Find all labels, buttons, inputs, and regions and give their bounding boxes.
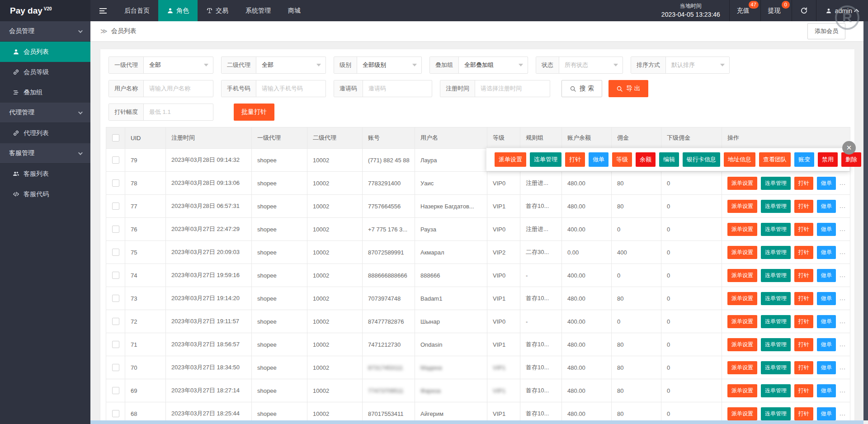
row-checkbox[interactable] <box>112 203 119 210</box>
filter-select[interactable]: 级别全部级别 <box>334 57 422 74</box>
action-button[interactable]: 派单设置 <box>727 292 757 305</box>
action-button[interactable]: 连单管理 <box>761 223 791 236</box>
row-checkbox[interactable] <box>112 410 119 417</box>
action-button[interactable]: 派单设置 <box>727 338 757 351</box>
action-button[interactable]: 派单设置 <box>727 407 757 420</box>
action-button[interactable]: 打针 <box>794 292 813 305</box>
action-button[interactable]: 派单设置 <box>727 361 757 374</box>
nav-item[interactable]: 角色 <box>158 0 198 21</box>
refresh-icon[interactable] <box>792 0 816 21</box>
sidebar-item[interactable]: 代理列表 <box>0 123 90 143</box>
popup-action-button[interactable]: 地址信息 <box>724 152 755 167</box>
inject-range-field[interactable]: 打针幅度 最低 1.1 <box>108 104 213 121</box>
row-checkbox[interactable] <box>112 226 119 233</box>
action-button[interactable]: 派单设置 <box>727 223 757 236</box>
filter-select-value[interactable]: 全部级别 <box>357 57 421 73</box>
horizontal-scrollbar-thumb[interactable] <box>90 420 863 424</box>
row-checkbox[interactable] <box>112 295 119 302</box>
menu-fold-icon[interactable] <box>90 0 116 21</box>
sidebar-item[interactable]: 客服代码 <box>0 184 90 204</box>
action-button[interactable]: 做单 <box>817 384 836 397</box>
row-checkbox[interactable] <box>112 341 119 348</box>
action-button[interactable]: 连单管理 <box>761 200 791 213</box>
filter-input-field[interactable]: 请输入手机号码 <box>256 80 326 97</box>
sidebar-group[interactable]: 会员管理 <box>0 21 90 42</box>
action-button[interactable]: 打针 <box>794 315 813 328</box>
action-button[interactable]: 做单 <box>817 361 836 374</box>
action-button[interactable]: 连单管理 <box>761 338 791 351</box>
batch-inject-button[interactable]: 批量打针 <box>234 104 274 121</box>
sidebar-item[interactable]: 会员等级 <box>0 62 90 82</box>
popup-action-button[interactable]: 账变 <box>794 152 814 167</box>
action-button[interactable]: 连单管理 <box>761 361 791 374</box>
row-checkbox[interactable] <box>112 387 119 394</box>
sidebar-item[interactable]: 叠加组 <box>0 82 90 103</box>
action-button[interactable]: 打针 <box>794 361 813 374</box>
filter-input[interactable]: 用户名称请输入用户名称 <box>108 80 213 97</box>
popup-action-button[interactable]: 余额 <box>636 152 656 167</box>
action-button[interactable]: 派单设置 <box>727 177 757 190</box>
action-button[interactable]: 做单 <box>817 292 836 305</box>
filter-input[interactable]: 邀请码邀请码 <box>334 80 432 97</box>
row-checkbox[interactable] <box>112 249 119 256</box>
more-actions-button[interactable]: ... <box>840 295 846 302</box>
recharge-button[interactable]: 充值 47 <box>730 0 760 21</box>
more-actions-button[interactable]: ... <box>840 226 846 232</box>
popup-action-button[interactable]: 禁用 <box>818 152 838 167</box>
horizontal-scrollbar[interactable] <box>90 420 863 424</box>
action-button[interactable]: 派单设置 <box>727 246 757 259</box>
nav-item[interactable]: 交易 <box>198 0 237 21</box>
popup-action-button[interactable]: 编辑 <box>659 152 679 167</box>
row-checkbox[interactable] <box>112 179 119 187</box>
nav-item[interactable]: 后台首页 <box>116 0 158 21</box>
action-button[interactable]: 做单 <box>817 315 836 328</box>
search-button[interactable]: 搜 索 <box>561 80 602 97</box>
filter-input[interactable]: 手机号码请输入手机号码 <box>221 80 326 97</box>
row-checkbox[interactable] <box>112 272 119 279</box>
action-button[interactable]: 做单 <box>817 407 836 420</box>
action-button[interactable]: 做单 <box>817 338 836 351</box>
vertical-scrollbar[interactable] <box>863 21 868 420</box>
withdraw-button[interactable]: 提现 0 <box>761 0 792 21</box>
action-button[interactable]: 打针 <box>794 246 813 259</box>
vertical-scrollbar-thumb[interactable] <box>863 21 868 420</box>
row-checkbox[interactable] <box>112 364 119 371</box>
filter-select-value[interactable]: 全部叠加组 <box>459 57 528 73</box>
action-button[interactable]: 派单设置 <box>727 384 757 397</box>
filter-input-field[interactable]: 请输入用户名称 <box>144 80 213 97</box>
action-button[interactable]: 打针 <box>794 338 813 351</box>
filter-input-field[interactable]: 请选择注册时间 <box>475 80 550 97</box>
action-button[interactable]: 派单设置 <box>727 269 757 282</box>
export-button[interactable]: 导 出 <box>609 80 648 97</box>
more-actions-button[interactable]: ... <box>840 203 846 209</box>
popup-action-button[interactable]: 连单管理 <box>530 152 561 167</box>
popup-action-button[interactable]: 银行卡信息 <box>683 152 720 167</box>
more-actions-button[interactable]: ... <box>840 364 846 371</box>
nav-item[interactable]: 商城 <box>279 0 309 21</box>
sidebar-group[interactable]: 代理管理 <box>0 103 90 123</box>
action-button[interactable]: 连单管理 <box>761 292 791 305</box>
filter-select[interactable]: 状态所有状态 <box>536 57 623 74</box>
filter-select[interactable]: 排序方式默认排序 <box>631 57 730 74</box>
popup-action-button[interactable]: 派单设置 <box>495 152 526 167</box>
action-button[interactable]: 做单 <box>817 177 836 190</box>
popup-action-button[interactable]: 删除 <box>841 152 861 167</box>
popup-action-button[interactable]: 打针 <box>565 152 585 167</box>
popup-action-button[interactable]: 等级 <box>612 152 632 167</box>
action-button[interactable]: 打针 <box>794 269 813 282</box>
action-button[interactable]: 连单管理 <box>761 269 791 282</box>
more-actions-button[interactable]: ... <box>840 341 846 348</box>
more-actions-button[interactable]: ... <box>840 249 846 255</box>
action-button[interactable]: 派单设置 <box>727 200 757 213</box>
more-actions-button[interactable]: ... <box>840 410 846 417</box>
more-actions-button[interactable]: ... <box>840 318 846 325</box>
more-actions-button[interactable]: ... <box>840 272 846 278</box>
more-actions-button[interactable]: ... <box>840 387 846 394</box>
user-menu[interactable]: admin <box>816 0 868 21</box>
filter-input[interactable]: 注册时间请选择注册时间 <box>440 80 550 97</box>
filter-select-value[interactable]: 默认排序 <box>666 57 729 73</box>
nav-item[interactable]: 系统管理 <box>237 0 279 21</box>
row-checkbox[interactable] <box>112 156 119 164</box>
filter-select[interactable]: 叠加组全部叠加组 <box>429 57 528 74</box>
action-button[interactable]: 打针 <box>794 223 813 236</box>
